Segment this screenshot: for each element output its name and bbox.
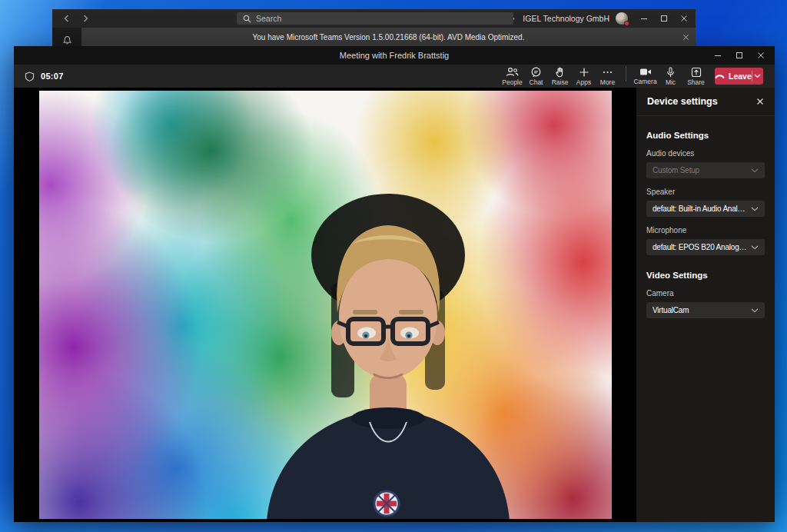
participant-video-tile[interactable] <box>39 91 612 519</box>
chevron-down-icon <box>751 308 759 313</box>
more-icon <box>602 67 613 78</box>
meeting-toolbar: 05:07 People Chat Raise <box>14 65 775 88</box>
people-button[interactable]: People <box>500 67 524 86</box>
more-button[interactable]: More <box>596 67 619 86</box>
raise-hand-button[interactable]: Raise <box>548 67 572 86</box>
teams-main-window: Search ••• IGEL Technology GmbH You have… <box>52 9 696 46</box>
chat-button[interactable]: Chat <box>524 67 548 86</box>
shield-icon <box>25 71 35 81</box>
mic-icon <box>666 67 676 78</box>
meeting-close-icon[interactable] <box>750 46 772 65</box>
chevron-down-icon <box>751 245 759 250</box>
teams-main-titlebar: Search ••• IGEL Technology GmbH <box>52 9 696 28</box>
share-icon <box>691 67 702 78</box>
banner-close-icon[interactable] <box>682 28 689 46</box>
leave-button[interactable]: Leave <box>715 68 763 85</box>
presence-busy-dot <box>624 21 629 26</box>
leave-label: Leave <box>729 71 752 81</box>
panel-close-icon[interactable] <box>756 98 764 105</box>
meeting-minimize-icon[interactable] <box>707 46 729 65</box>
hangup-icon <box>715 74 725 79</box>
audio-devices-select[interactable]: Custom Setup <box>646 162 765 178</box>
participant-portrait <box>257 190 519 519</box>
version-banner: You have Microsoft Teams Version 1.5.00.… <box>81 28 696 46</box>
forward-icon[interactable] <box>81 15 89 22</box>
camera-icon <box>639 67 652 77</box>
meeting-title: Meeting with Fredrik Brattstig <box>340 51 449 60</box>
raise-hand-icon <box>555 67 566 78</box>
minimize-icon[interactable] <box>634 9 654 28</box>
version-banner-text: You have Microsoft Teams Version 1.5.00.… <box>81 33 696 42</box>
audio-devices-label: Audio devices <box>646 149 765 158</box>
panel-title: Device settings <box>647 96 756 107</box>
audio-settings-heading: Audio Settings <box>646 131 765 140</box>
search-input[interactable]: Search <box>237 12 513 25</box>
device-settings-panel: Device settings Audio Settings Audio dev… <box>636 88 775 522</box>
speaker-select[interactable]: default: Built-in Audio Analog Ste... <box>646 201 765 217</box>
bell-icon[interactable] <box>62 35 72 45</box>
meeting-maximize-icon[interactable] <box>729 46 750 65</box>
meeting-window: Meeting with Fredrik Brattstig 05:07 <box>14 46 775 522</box>
microphone-label: Microphone <box>646 226 765 234</box>
microphone-select[interactable]: default: EPOS B20 Analog Stereo <box>646 239 765 255</box>
apps-plus-icon <box>579 67 589 78</box>
camera-button[interactable]: Camera <box>633 67 658 85</box>
chevron-down-icon <box>751 168 759 173</box>
toolbar-divider <box>626 66 626 81</box>
chevron-down-icon <box>751 207 759 211</box>
leave-chevron-icon[interactable] <box>752 74 763 78</box>
meeting-titlebar: Meeting with Fredrik Brattstig <box>14 46 775 65</box>
close-icon[interactable] <box>674 9 694 28</box>
camera-label: Camera <box>646 289 765 298</box>
speaker-label: Speaker <box>646 188 765 196</box>
search-icon <box>243 15 251 23</box>
user-avatar[interactable] <box>616 12 628 25</box>
tenant-name[interactable]: IGEL Technology GmbH <box>521 14 616 23</box>
back-icon[interactable] <box>63 15 71 22</box>
camera-select[interactable]: VirtualCam <box>646 302 765 318</box>
people-icon <box>506 67 519 78</box>
meeting-timer: 05:07 <box>41 71 64 81</box>
share-button[interactable]: Share <box>683 67 709 86</box>
apps-button[interactable]: Apps <box>572 67 596 86</box>
activity-rail <box>52 28 81 46</box>
mic-button[interactable]: Mic <box>658 67 683 86</box>
maximize-icon[interactable] <box>654 9 674 28</box>
chat-icon <box>530 67 542 78</box>
video-stage <box>14 88 636 522</box>
video-settings-heading: Video Settings <box>646 271 765 280</box>
search-placeholder: Search <box>256 14 281 23</box>
